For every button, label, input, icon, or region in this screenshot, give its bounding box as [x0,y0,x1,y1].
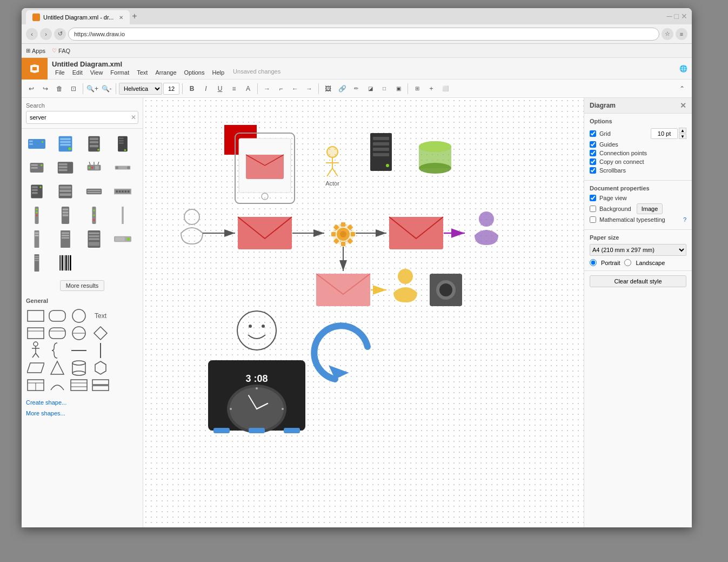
text-size-btn[interactable]: A [242,82,255,95]
actor-shape[interactable]: Actor [325,147,339,187]
image-btn[interactable]: Image [637,203,663,214]
close-btn[interactable]: ✕ [681,12,687,21]
tablet-shape[interactable] [235,133,295,203]
shape-item[interactable] [26,133,48,155]
canvas-area[interactable]: Actor [143,98,584,527]
database-shape[interactable] [419,141,451,174]
shadow2-btn[interactable]: ▣ [392,82,405,95]
insert-link-btn[interactable]: 🔗 [336,82,349,95]
landscape-radio[interactable] [624,259,631,266]
bookmark-apps[interactable]: ⊞ Apps [26,48,45,54]
delete-btn[interactable]: 🗑 [53,82,66,95]
shape-item[interactable] [26,228,48,250]
menu-format[interactable]: Format [107,68,132,77]
shape-item[interactable] [112,204,133,226]
shape-item[interactable] [83,204,105,226]
clear-default-style-btn[interactable]: Clear default style [590,275,686,287]
double-bar-shape[interactable] [91,378,110,393]
reload-btn[interactable]: ↺ [54,28,66,40]
shape-item[interactable] [83,133,105,155]
connection-points-checkbox[interactable] [590,150,596,156]
shape-item[interactable] [55,133,76,155]
menu-text[interactable]: Text [133,68,151,77]
menu-help[interactable]: Help [209,68,228,77]
grid-down-btn[interactable]: ▼ [679,134,686,139]
font-select[interactable]: Helvetica [119,83,162,95]
portrait-radio[interactable] [590,259,597,266]
more-shapes-link[interactable]: More shapes... [22,408,143,419]
fit-page-btn[interactable]: ⊡ [67,82,80,95]
page-view-checkbox[interactable] [590,195,596,201]
guides-checkbox[interactable] [590,141,596,148]
fullscreen-btn[interactable]: ⬜ [439,82,452,95]
arrow-right-btn[interactable]: → [303,82,316,95]
line-shape[interactable] [69,343,89,358]
shadow-btn[interactable]: □ [378,82,391,95]
shape-item[interactable] [26,181,48,202]
table-shape[interactable] [26,378,45,393]
italic-btn[interactable]: I [199,82,212,95]
font-size-input[interactable] [163,83,179,95]
arc-shape[interactable] [48,378,67,393]
underline-btn[interactable]: U [213,82,226,95]
bookmark-faq[interactable]: ♡ FAQ [52,48,70,54]
vert-line-shape[interactable] [91,343,110,358]
insert-image-btn[interactable]: 🖼 [322,82,335,95]
shape-item[interactable] [83,228,105,250]
maximize-btn[interactable]: □ [674,12,679,21]
zoom-in-btn[interactable]: 🔍+ [86,82,99,95]
tab-close-btn[interactable]: ✕ [119,15,123,21]
menu-arrange[interactable]: Arrange [152,68,179,77]
new-tab-btn[interactable]: + [132,11,137,21]
search-input[interactable] [26,111,138,124]
server-tower-shape[interactable] [370,133,392,171]
arrow-left-btn[interactable]: ← [289,82,302,95]
text-shape[interactable]: Text [91,308,110,323]
bookmark-btn[interactable]: ☆ [662,28,673,40]
panel-close-btn[interactable]: ✕ [680,101,686,110]
minimize-btn[interactable]: ─ [667,12,672,21]
rect-shape[interactable] [26,308,45,323]
parallelogram-shape[interactable] [26,360,45,375]
paper-size-select[interactable]: A4 (210 mm x 297 mm) A3 Letter Legal [590,244,686,256]
back-btn[interactable]: ‹ [26,28,38,40]
curly-brace[interactable] [48,343,67,358]
copy-on-connect-checkbox[interactable] [590,158,596,165]
undo-btn[interactable]: ↩ [25,82,38,95]
collapse-panel-btn[interactable]: ⌃ [676,82,689,95]
menu-file[interactable]: File [52,68,68,77]
shape-item[interactable] [55,157,76,178]
circular-arrow-shape[interactable] [314,326,368,383]
shape-item[interactable] [55,252,76,274]
smiley-shape[interactable] [237,311,276,350]
fill-btn[interactable]: ◪ [364,82,377,95]
search-clear-btn[interactable]: ✕ [131,114,136,121]
triangle-shape[interactable] [48,360,67,375]
shape-item[interactable] [83,181,105,202]
shape-item[interactable] [55,204,76,226]
shape-item[interactable] [112,133,133,155]
background-checkbox[interactable] [590,206,596,212]
menu-options[interactable]: Options [181,68,208,77]
plus-btn[interactable]: + [425,82,438,95]
user-gold-shape[interactable] [393,269,417,302]
shape-item[interactable] [55,228,76,250]
math-help-link[interactable]: ? [683,216,686,223]
zoom-out-btn[interactable]: 🔍- [100,82,113,95]
envelope2-shape[interactable] [389,217,443,249]
user-shape-left[interactable] [181,209,203,244]
forward-btn[interactable]: › [40,28,52,40]
gear-shape[interactable] [331,222,355,246]
hexagon-shape[interactable] [91,360,110,375]
shape-item[interactable] [112,181,133,202]
rect3-shape[interactable] [69,378,89,393]
menu-btn[interactable]: ≡ [676,28,687,40]
diagram-svg[interactable]: Actor [143,98,584,527]
diamond-shape[interactable] [91,326,110,341]
cylinder-shape[interactable] [69,360,89,375]
shape-item[interactable] [26,157,48,178]
shape-item[interactable] [83,157,105,178]
connector-btn[interactable]: ⌐ [275,82,288,95]
arrow-btn[interactable]: → [261,82,273,95]
menu-view[interactable]: View [87,68,106,77]
